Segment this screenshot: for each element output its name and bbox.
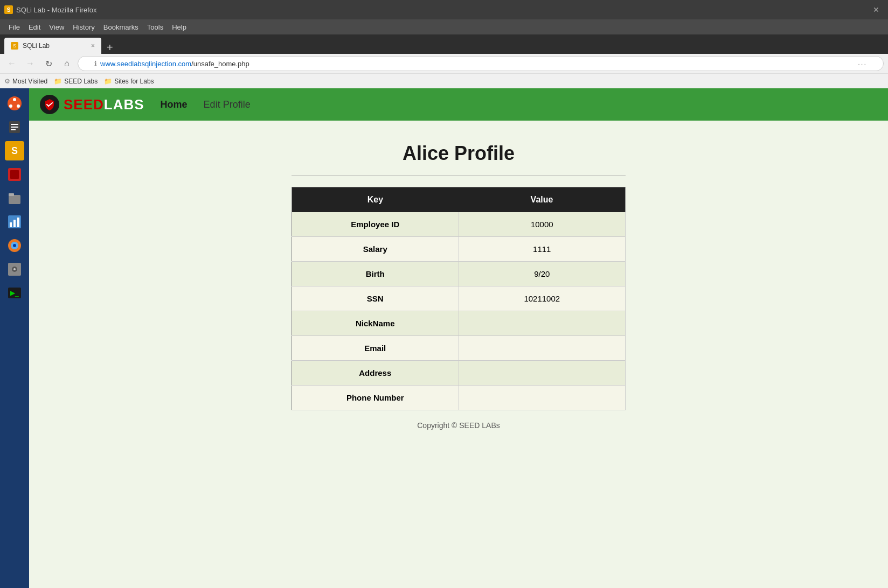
table-row: Employee ID10000 (292, 212, 626, 237)
sidebar: S ▶_ (0, 88, 29, 588)
table-cell-value (459, 386, 626, 410)
svg-point-18 (13, 244, 16, 247)
svg-rect-7 (11, 129, 16, 130)
svg-rect-10 (9, 195, 20, 204)
menu-edit[interactable]: Edit (24, 22, 45, 33)
window-close-button[interactable]: ✕ (869, 4, 884, 15)
home-button[interactable]: ⌂ (59, 56, 74, 71)
bookmarks-bar: ⚙ Most Visited 📁 SEED Labs 📁 Sites for L… (0, 73, 888, 88)
footer-text: Copyright © SEED LABs (417, 421, 500, 430)
url-lock-icon: ℹ (94, 60, 97, 67)
svg-rect-14 (13, 220, 16, 227)
table-row: Address (292, 361, 626, 386)
forward-button[interactable]: → (23, 56, 38, 71)
sidebar-wrench-icon[interactable] (5, 260, 24, 279)
profile-table: Key Value Employee ID10000Salary1111Birt… (292, 187, 626, 410)
bookmark-most-visited[interactable]: ⚙ Most Visited (4, 78, 47, 85)
table-cell-key: Salary (292, 237, 459, 262)
table-row: Phone Number (292, 386, 626, 410)
table-cell-value (459, 361, 626, 386)
site-footer: Copyright © SEED LABs (406, 410, 511, 440)
bookmark-sites-for-labs[interactable]: 📁 Sites for Labs (104, 78, 154, 85)
col-header-key: Key (292, 187, 459, 213)
sidebar-notes-icon[interactable] (5, 117, 24, 137)
sites-folder-icon: 📁 (104, 78, 112, 85)
table-cell-key: Address (292, 361, 459, 386)
table-row: Birth9/20 (292, 262, 626, 286)
table-row: Email (292, 336, 626, 361)
bookmark-seed-labs[interactable]: 📁 SEED Labs (54, 78, 98, 85)
svg-rect-6 (11, 127, 18, 128)
tab-sqli-lab[interactable]: S SQLi Lab × (4, 38, 101, 54)
table-cell-value (459, 336, 626, 361)
table-cell-key: Email (292, 336, 459, 361)
sidebar-terminal-icon[interactable]: ▶_ (5, 283, 24, 303)
url-path: /unsafe_home.php (191, 60, 249, 68)
table-cell-value: 10211002 (459, 286, 626, 311)
table-cell-value: 10000 (459, 212, 626, 237)
sidebar-s-icon[interactable]: S (5, 141, 24, 160)
table-cell-key: Phone Number (292, 386, 459, 410)
table-header-row: Key Value (292, 187, 626, 213)
table-cell-key: Birth (292, 262, 459, 286)
main-content: Alice Profile Key Value Employee ID10000… (29, 121, 888, 588)
sidebar-files-icon[interactable] (5, 188, 24, 208)
table-cell-key: NickName (292, 311, 459, 336)
seed-labs-folder-icon: 📁 (54, 78, 62, 85)
window-title: SQLi Lab - Mozilla Firefox (16, 6, 869, 14)
svg-text:▶_: ▶_ (10, 289, 19, 297)
logo-text: SEEDLABS (64, 96, 144, 113)
svg-point-21 (13, 268, 16, 270)
col-header-value: Value (459, 187, 626, 213)
back-button[interactable]: ← (4, 56, 19, 71)
tab-bar: S SQLi Lab × + (0, 34, 888, 54)
seed-labs-label: SEED Labs (64, 78, 98, 85)
url-bar[interactable]: ℹ www.seedlabsqlinjection.com/unsafe_hom… (78, 56, 884, 71)
browser-content: S ▶_ SEEDLABS (0, 88, 888, 588)
nav-home-link[interactable]: Home (161, 99, 188, 110)
most-visited-label: Most Visited (12, 78, 47, 85)
svg-point-3 (17, 104, 20, 108)
reload-button[interactable]: ↻ (41, 56, 56, 71)
new-tab-button[interactable]: + (105, 41, 115, 54)
svg-rect-15 (17, 218, 19, 227)
sidebar-ubuntu-icon[interactable] (5, 94, 24, 113)
svg-point-1 (13, 98, 16, 101)
svg-rect-13 (10, 222, 12, 227)
svg-rect-9 (10, 170, 19, 179)
table-cell-value: 1111 (459, 237, 626, 262)
svg-rect-11 (9, 193, 14, 196)
table-cell-key: SSN (292, 286, 459, 311)
title-favicon: S (4, 5, 13, 14)
site-header: SEEDLABS Home Edit Profile (29, 88, 888, 121)
sidebar-firefox-icon[interactable] (5, 236, 24, 255)
sidebar-red-icon[interactable] (5, 165, 24, 184)
menu-bookmarks[interactable]: Bookmarks (99, 22, 143, 33)
profile-title: Alice Profile (403, 142, 515, 165)
title-bar: S SQLi Lab - Mozilla Firefox ✕ (0, 0, 888, 19)
profile-divider (292, 176, 626, 176)
tab-favicon: S (11, 42, 18, 50)
table-cell-value: 9/20 (459, 262, 626, 286)
tab-label: SQLi Lab (23, 42, 50, 50)
table-cell-key: Employee ID (292, 212, 459, 237)
menu-history[interactable]: History (68, 22, 99, 33)
menu-bar: File Edit View History Bookmarks Tools H… (0, 19, 888, 34)
table-row: SSN10211002 (292, 286, 626, 311)
tab-close-button[interactable]: × (91, 42, 95, 50)
url-base: www.seedlabsqlinjection.com (100, 60, 191, 68)
logo-shield-icon (40, 95, 59, 114)
page-content: SEEDLABS Home Edit Profile Alice Profile… (29, 88, 888, 588)
nav-edit-profile-link[interactable]: Edit Profile (204, 99, 251, 110)
sites-for-labs-label: Sites for Labs (114, 78, 154, 85)
menu-tools[interactable]: Tools (143, 22, 168, 33)
table-row: NickName (292, 311, 626, 336)
site-logo: SEEDLABS (40, 95, 144, 114)
menu-view[interactable]: View (45, 22, 68, 33)
sidebar-graph-icon[interactable] (5, 212, 24, 232)
table-cell-value (459, 311, 626, 336)
svg-rect-5 (11, 124, 18, 125)
menu-file[interactable]: File (4, 22, 24, 33)
menu-help[interactable]: Help (168, 22, 191, 33)
url-more-button[interactable]: ··· (858, 60, 867, 68)
